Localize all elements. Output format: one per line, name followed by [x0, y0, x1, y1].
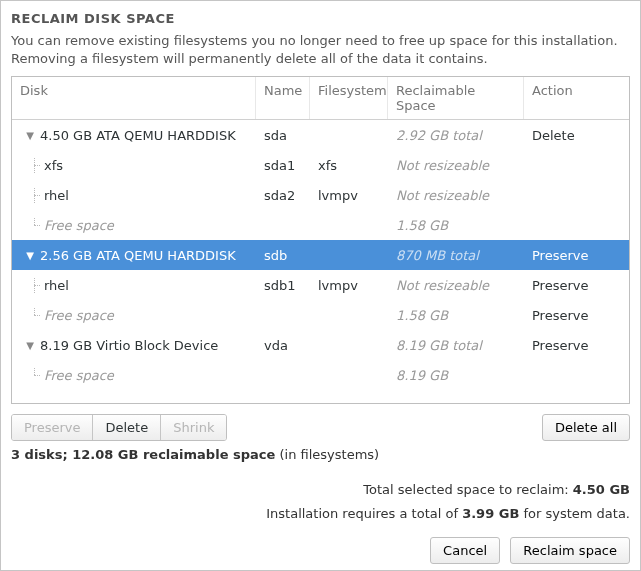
- shrink-button[interactable]: Shrink: [161, 415, 226, 440]
- table-body: ▼4.50 GB ATA QEMU HARDDISKsda2.92 GB tot…: [12, 120, 629, 390]
- expander-icon[interactable]: ▼: [24, 250, 36, 261]
- total-selected-label: Total selected space to reclaim:: [363, 482, 573, 497]
- expander-icon[interactable]: ▼: [24, 130, 36, 141]
- filesystem-cell: lvmpv: [310, 188, 388, 203]
- name-cell: sdb1: [256, 278, 310, 293]
- disk-label: Free space: [44, 218, 114, 233]
- name-cell: sda2: [256, 188, 310, 203]
- reclaim-space-button[interactable]: Reclaim space: [510, 537, 630, 564]
- preserve-button[interactable]: Preserve: [12, 415, 93, 440]
- table-row[interactable]: rhelsda2lvmpvNot resizeable: [12, 180, 629, 210]
- disk-label: xfs: [44, 158, 63, 173]
- install-requires-line: Installation requires a total of 3.99 GB…: [11, 502, 630, 525]
- action-cell: Preserve: [524, 278, 629, 293]
- dialog-description: You can remove existing filesystems you …: [11, 32, 630, 68]
- col-name[interactable]: Name: [256, 77, 310, 119]
- totals-area: Total selected space to reclaim: 4.50 GB…: [11, 478, 630, 525]
- reclaimable-cell: Not resizeable: [388, 188, 524, 203]
- action-button-group: Preserve Delete Shrink: [11, 414, 227, 441]
- reclaimable-cell: 1.58 GB: [388, 218, 524, 233]
- disk-label: rhel: [44, 188, 69, 203]
- table-row[interactable]: Free space8.19 GB: [12, 360, 629, 390]
- name-cell: vda: [256, 338, 310, 353]
- table-row[interactable]: Free space1.58 GBPreserve: [12, 300, 629, 330]
- table-row[interactable]: xfssda1xfsNot resizeable: [12, 150, 629, 180]
- install-prefix: Installation requires a total of: [266, 506, 462, 521]
- reclaimable-cell: 8.19 GB total: [388, 338, 524, 353]
- total-selected-value: 4.50 GB: [573, 482, 630, 497]
- description-line-1: You can remove existing filesystems you …: [11, 33, 618, 48]
- reclaimable-cell: Not resizeable: [388, 278, 524, 293]
- table-header: Disk Name Filesystem Reclaimable Space A…: [12, 77, 629, 120]
- summary-bold: 3 disks; 12.08 GB reclaimable space: [11, 447, 275, 462]
- filesystem-cell: lvmpv: [310, 278, 388, 293]
- action-cell: Delete: [524, 128, 629, 143]
- table-row[interactable]: ▼4.50 GB ATA QEMU HARDDISKsda2.92 GB tot…: [12, 120, 629, 150]
- disk-label: 8.19 GB Virtio Block Device: [40, 338, 218, 353]
- action-cell: Preserve: [524, 308, 629, 323]
- filesystem-cell: xfs: [310, 158, 388, 173]
- expander-icon[interactable]: ▼: [24, 340, 36, 351]
- name-cell: sda: [256, 128, 310, 143]
- col-filesystem[interactable]: Filesystem: [310, 77, 388, 119]
- install-suffix: for system data.: [519, 506, 630, 521]
- reclaimable-cell: 1.58 GB: [388, 308, 524, 323]
- col-reclaimable[interactable]: Reclaimable Space: [388, 77, 524, 119]
- delete-button[interactable]: Delete: [93, 415, 161, 440]
- disk-label: 2.56 GB ATA QEMU HARDDISK: [40, 248, 236, 263]
- table-row[interactable]: ▼2.56 GB ATA QEMU HARDDISKsdb870 MB tota…: [12, 240, 629, 270]
- filesystem-table: Disk Name Filesystem Reclaimable Space A…: [11, 76, 630, 404]
- reclaimable-cell: 2.92 GB total: [388, 128, 524, 143]
- table-row[interactable]: Free space1.58 GB: [12, 210, 629, 240]
- name-cell: sdb: [256, 248, 310, 263]
- col-disk[interactable]: Disk: [12, 77, 256, 119]
- table-row[interactable]: ▼8.19 GB Virtio Block Devicevda8.19 GB t…: [12, 330, 629, 360]
- action-button-row: Preserve Delete Shrink Delete all: [11, 414, 630, 441]
- col-action[interactable]: Action: [524, 77, 629, 119]
- footer-buttons: Cancel Reclaim space: [11, 537, 630, 564]
- dialog-title: RECLAIM DISK SPACE: [11, 11, 630, 26]
- reclaimable-cell: Not resizeable: [388, 158, 524, 173]
- disk-label: Free space: [44, 308, 114, 323]
- name-cell: sda1: [256, 158, 310, 173]
- action-cell: Preserve: [524, 338, 629, 353]
- table-row[interactable]: rhelsdb1lvmpvNot resizeablePreserve: [12, 270, 629, 300]
- delete-all-button[interactable]: Delete all: [542, 414, 630, 441]
- disk-label: 4.50 GB ATA QEMU HARDDISK: [40, 128, 236, 143]
- reclaimable-cell: 870 MB total: [388, 248, 524, 263]
- reclaimable-cell: 8.19 GB: [388, 368, 524, 383]
- action-cell: Preserve: [524, 248, 629, 263]
- total-selected-line: Total selected space to reclaim: 4.50 GB: [11, 478, 630, 501]
- summary-line: 3 disks; 12.08 GB reclaimable space (in …: [11, 447, 630, 462]
- cancel-button[interactable]: Cancel: [430, 537, 500, 564]
- disk-label: Free space: [44, 368, 114, 383]
- description-line-2: Removing a filesystem will permanently d…: [11, 51, 488, 66]
- summary-rest: (in filesystems): [275, 447, 379, 462]
- disk-label: rhel: [44, 278, 69, 293]
- install-value: 3.99 GB: [462, 506, 519, 521]
